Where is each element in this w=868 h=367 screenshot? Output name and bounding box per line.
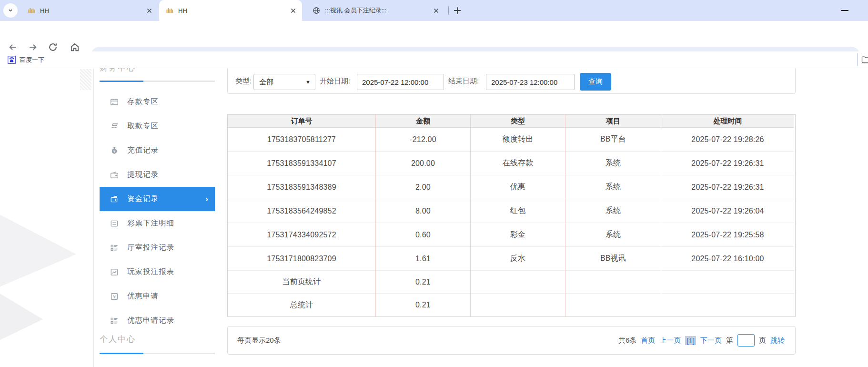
cell-amount: -212.00	[376, 128, 471, 152]
query-button[interactable]: 查询	[580, 73, 611, 91]
cell-amount: 8.00	[376, 199, 471, 223]
cell-amount: 200.00	[376, 152, 471, 175]
svg-text:¥: ¥	[113, 294, 116, 299]
background-texture	[80, 69, 91, 90]
tab-title: HH	[178, 7, 187, 14]
sidebar-item-fund-records[interactable]: 资金记录 ›	[100, 187, 215, 211]
new-tab-icon[interactable]	[453, 6, 462, 15]
bookmarks-separator	[857, 53, 858, 66]
cell-grand-total-label: 总统计	[228, 294, 376, 316]
cell-grand-total-amount: 0.21	[376, 294, 471, 316]
sidebar-item-promo-apply-records[interactable]: 优惠申请记录	[100, 308, 215, 333]
cell-amount: 2.00	[376, 175, 471, 199]
pager: 共6条 首页 上一页 [1] 下一页 第 页 跳转	[618, 334, 785, 347]
cell-page-total-label: 当前页统计	[228, 271, 376, 294]
tab-3[interactable]: :::视讯 会员下注纪录:::	[306, 0, 445, 21]
promo-yen-icon: ¥	[110, 292, 119, 301]
bookmark-baidu[interactable]: 百度一下	[5, 54, 47, 66]
sidebar-item-player-bet-report[interactable]: 玩家投注报表	[100, 260, 215, 284]
cell-order-no: 1753183564249852	[228, 199, 376, 223]
start-date-input[interactable]	[357, 74, 444, 90]
sidebar-item-promo-apply[interactable]: ¥ 优惠申请	[100, 284, 215, 308]
sidebar-item-withdraw-records[interactable]: 提现记录	[100, 163, 215, 187]
jump-prefix-label: 第	[726, 336, 733, 345]
reload-icon[interactable]	[48, 42, 58, 52]
cell-time: 2025-07-22 19:25:58	[661, 223, 794, 247]
prev-page-link[interactable]: 上一页	[659, 336, 681, 345]
current-page-indicator[interactable]: [1]	[685, 336, 696, 345]
cell-item: 系统	[565, 175, 661, 199]
all-bookmarks-folder-icon[interactable]	[861, 55, 868, 64]
cell-time: 2025-07-22 19:26:31	[661, 175, 794, 199]
sidebar-item-label: 彩票下注明细	[127, 218, 174, 228]
cell-item: 系统	[565, 152, 661, 175]
col-header-type: 类型	[471, 115, 565, 128]
tab-2-active[interactable]: HH	[159, 0, 302, 21]
cell-amount: 1.61	[376, 247, 471, 271]
tab-1[interactable]: HH	[21, 0, 158, 21]
forward-icon[interactable]	[28, 42, 38, 52]
sidebar-divider	[93, 68, 94, 367]
cell-order-no: 1753174334092572	[228, 223, 376, 247]
jump-page-input[interactable]	[737, 334, 755, 347]
cell-order-no: 1753183591348389	[228, 175, 376, 199]
cell-order-no: 1753183705811277	[228, 128, 376, 152]
background-triangle	[0, 210, 76, 291]
list-card-icon	[110, 219, 119, 228]
cell-empty	[661, 294, 794, 316]
sidebar-item-label: 优惠申请记录	[127, 316, 174, 326]
sidebar-section-personal: 个人中心	[100, 334, 136, 345]
home-icon[interactable]	[70, 42, 80, 52]
jump-link[interactable]: 跳转	[770, 336, 785, 345]
globe-icon	[313, 7, 320, 14]
money-bag-icon: ¥	[110, 146, 119, 155]
gold-logo-icon	[166, 7, 173, 14]
section-underline	[100, 353, 215, 354]
cell-order-no: 1753171800823709	[228, 247, 376, 271]
bookmarks-bar: 百度一下	[0, 51, 868, 68]
sidebar-item-label: 存款专区	[127, 97, 159, 107]
pagination-bar: 每页显示20条 共6条 首页 上一页 [1] 下一页 第 页 跳转	[227, 326, 796, 355]
close-tab-icon[interactable]	[432, 7, 440, 15]
tab-strip: HH HH :::视讯 会员下注纪录:::	[0, 0, 868, 21]
tab-separator	[448, 6, 449, 15]
sidebar-item-room-bet-records[interactable]: 厅室投注记录	[100, 235, 215, 260]
type-label: 类型:	[235, 77, 252, 86]
chevron-down-icon: ▼	[305, 79, 311, 85]
wallet-icon	[110, 171, 119, 179]
close-tab-icon[interactable]	[289, 7, 297, 15]
cell-item: BB平台	[565, 128, 661, 152]
cell-empty	[565, 271, 661, 294]
next-page-link[interactable]: 下一页	[700, 336, 722, 345]
tab-title: HH	[40, 7, 49, 14]
gold-logo-icon	[28, 7, 35, 14]
sidebar-item-label: 优惠申请	[127, 291, 159, 301]
sidebar-item-deposit-zone[interactable]: 存款专区	[100, 90, 215, 114]
section-underline	[100, 81, 215, 82]
layout-list-icon	[110, 316, 119, 325]
cell-type: 反水	[471, 247, 565, 271]
background-triangle	[0, 285, 43, 342]
sidebar-item-recharge-records[interactable]: ¥ 充值记录	[100, 138, 215, 163]
type-select[interactable]: 全部 ▼	[253, 74, 315, 90]
col-header-item: 项目	[565, 115, 661, 128]
cell-empty	[565, 294, 661, 316]
cell-item: BB视讯	[565, 247, 661, 271]
tab-search-caret-button[interactable]	[3, 3, 18, 18]
close-tab-icon[interactable]	[145, 7, 153, 15]
jump-suffix-label: 页	[759, 336, 766, 345]
fund-records-icon	[110, 195, 119, 204]
window-minimize-icon[interactable]	[841, 10, 848, 11]
deposit-card-icon	[110, 98, 119, 106]
col-header-order-no: 订单号	[228, 115, 376, 128]
caret-down-icon	[7, 7, 14, 14]
type-select-value: 全部	[259, 78, 273, 87]
end-date-input[interactable]	[486, 74, 575, 90]
total-count-label: 共6条	[618, 336, 636, 345]
sidebar-item-label: 取款专区	[127, 121, 159, 131]
sidebar-item-lottery-bet-details[interactable]: 彩票下注明细	[100, 211, 215, 235]
first-page-link[interactable]: 首页	[641, 336, 655, 345]
sidebar-item-label: 厅室投注记录	[127, 243, 174, 253]
back-icon[interactable]	[8, 42, 18, 52]
sidebar-item-withdraw-zone[interactable]: 取款专区	[100, 114, 215, 138]
